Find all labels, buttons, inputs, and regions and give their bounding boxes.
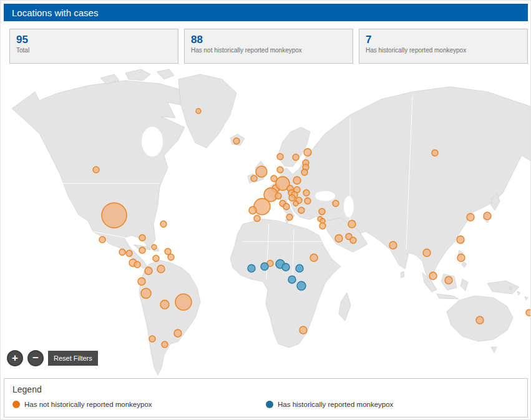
case-bubble-not-historic[interactable] xyxy=(277,167,283,173)
case-bubble-not-historic[interactable] xyxy=(160,221,167,227)
stat-value-total: 95 xyxy=(16,34,172,46)
stat-card-historic[interactable]: 7 Has historically reported monkeypox xyxy=(359,29,528,64)
case-bubble-not-historic[interactable] xyxy=(310,254,318,261)
case-bubble-not-historic[interactable] xyxy=(168,254,174,260)
case-bubble-not-historic[interactable] xyxy=(457,236,464,243)
zoom-in-button[interactable]: + xyxy=(7,350,23,366)
case-bubble-not-historic[interactable] xyxy=(165,248,171,255)
case-bubble-not-historic[interactable] xyxy=(484,212,491,220)
island-tasmania xyxy=(491,347,497,353)
case-bubble-not-historic[interactable] xyxy=(333,200,339,207)
case-bubble-not-historic[interactable] xyxy=(139,235,145,241)
case-bubble-not-historic[interactable] xyxy=(289,195,295,201)
case-bubble-not-historic[interactable] xyxy=(99,237,105,243)
case-bubble-not-historic[interactable] xyxy=(160,300,169,309)
case-bubble-not-historic[interactable] xyxy=(93,167,99,173)
case-bubble-not-historic[interactable] xyxy=(335,235,343,242)
case-bubble-not-historic[interactable] xyxy=(249,207,256,214)
case-bubble-not-historic[interactable] xyxy=(283,203,290,210)
case-bubble-not-historic[interactable] xyxy=(162,341,168,348)
case-bubble-not-historic[interactable] xyxy=(134,261,140,268)
case-bubble-not-historic[interactable] xyxy=(389,242,397,249)
legend-item-historic: Has historically reported monkeypox xyxy=(266,401,519,408)
case-bubble-historic[interactable] xyxy=(288,276,296,283)
case-bubble-not-historic[interactable] xyxy=(254,215,260,222)
case-bubble-not-historic[interactable] xyxy=(277,154,283,160)
case-bubble-not-historic[interactable] xyxy=(429,272,437,280)
case-bubble-historic[interactable] xyxy=(282,263,290,271)
case-bubble-not-historic[interactable] xyxy=(153,255,159,261)
case-bubble-not-historic[interactable] xyxy=(119,249,125,255)
case-bubble-not-historic[interactable] xyxy=(319,208,325,215)
landmasses xyxy=(12,69,531,375)
legend-dot xyxy=(266,401,273,408)
case-bubble-not-historic[interactable] xyxy=(526,310,531,316)
case-bubble-not-historic[interactable] xyxy=(126,250,132,256)
island-philippines-south xyxy=(462,261,467,268)
case-bubble-not-historic[interactable] xyxy=(139,247,145,253)
case-bubble-not-historic[interactable] xyxy=(301,169,308,175)
continent-south-america xyxy=(139,260,200,375)
case-bubble-not-historic[interactable] xyxy=(175,294,192,310)
case-bubble-historic[interactable] xyxy=(296,265,303,272)
reset-filters-button[interactable]: Reset Filters xyxy=(48,351,98,366)
case-bubble-historic[interactable] xyxy=(248,265,255,272)
case-bubble-not-historic[interactable] xyxy=(293,201,298,206)
case-bubble-not-historic[interactable] xyxy=(467,213,474,221)
case-bubble-not-historic[interactable] xyxy=(293,154,299,160)
legend-items: Has not historically reported monkeypox … xyxy=(12,401,519,408)
island-madagascar xyxy=(339,293,351,321)
case-bubble-not-historic[interactable] xyxy=(350,237,356,243)
case-bubble-not-historic[interactable] xyxy=(300,326,307,334)
case-bubble-not-historic[interactable] xyxy=(174,330,182,337)
case-bubble-not-historic[interactable] xyxy=(149,336,155,342)
continent-africa xyxy=(230,219,341,348)
stat-card-total[interactable]: 95 Total xyxy=(9,29,178,64)
case-bubble-not-historic[interactable] xyxy=(476,316,484,324)
case-bubble-historic[interactable] xyxy=(297,281,306,290)
legend: Legend Has not historically reported mon… xyxy=(4,378,528,418)
pacific-island-2 xyxy=(517,291,520,295)
stat-cards: 95 Total 88 Has not historically reporte… xyxy=(9,29,528,64)
case-bubble-not-historic[interactable] xyxy=(256,166,267,177)
case-bubble-not-historic[interactable] xyxy=(423,249,431,256)
island-new-guinea xyxy=(487,281,519,294)
case-bubble-not-historic[interactable] xyxy=(141,288,151,298)
case-bubble-not-historic[interactable] xyxy=(102,203,127,228)
case-bubble-not-historic[interactable] xyxy=(457,254,465,261)
stat-label-historic: Has historically reported monkeypox xyxy=(366,47,521,54)
panel-header: Locations with cases xyxy=(4,4,528,21)
case-bubble-not-historic[interactable] xyxy=(145,267,152,275)
island-sulawesi xyxy=(460,279,468,291)
case-bubble-not-historic[interactable] xyxy=(286,214,293,220)
case-bubble-not-historic[interactable] xyxy=(138,278,145,285)
stat-card-not-historic[interactable]: 88 Has not historically reported monkeyp… xyxy=(184,29,353,64)
island-java xyxy=(437,294,459,299)
island-sri-lanka xyxy=(401,271,404,278)
legend-title: Legend xyxy=(12,384,519,394)
black-sea xyxy=(315,191,335,201)
case-bubble-historic[interactable] xyxy=(261,263,268,270)
case-bubble-not-historic[interactable] xyxy=(293,177,301,184)
case-bubble-not-historic[interactable] xyxy=(304,198,311,204)
case-bubble-not-historic[interactable] xyxy=(298,207,304,213)
case-bubble-not-historic[interactable] xyxy=(348,220,356,228)
case-bubble-not-historic[interactable] xyxy=(304,149,311,156)
case-bubble-not-historic[interactable] xyxy=(432,150,438,156)
world-map[interactable]: + − Reset Filters xyxy=(1,68,531,378)
stat-value-not-historic: 88 xyxy=(191,34,346,46)
case-bubble-not-historic[interactable] xyxy=(196,109,201,114)
hudson-bay xyxy=(142,127,163,157)
case-bubble-not-historic[interactable] xyxy=(319,223,326,229)
case-bubble-not-historic[interactable] xyxy=(157,265,165,273)
panel-title: Locations with cases xyxy=(12,7,98,18)
case-bubble-not-historic[interactable] xyxy=(152,245,157,250)
case-bubble-not-historic[interactable] xyxy=(303,190,309,196)
case-bubble-not-historic[interactable] xyxy=(251,175,257,182)
case-bubble-not-historic[interactable] xyxy=(275,193,281,199)
page: Locations with cases 95 Total 88 Has not… xyxy=(0,0,531,420)
case-bubble-not-historic[interactable] xyxy=(233,138,240,144)
zoom-out-button[interactable]: − xyxy=(27,350,44,366)
case-bubble-not-historic[interactable] xyxy=(445,276,452,284)
pacific-island-3 xyxy=(525,296,528,300)
